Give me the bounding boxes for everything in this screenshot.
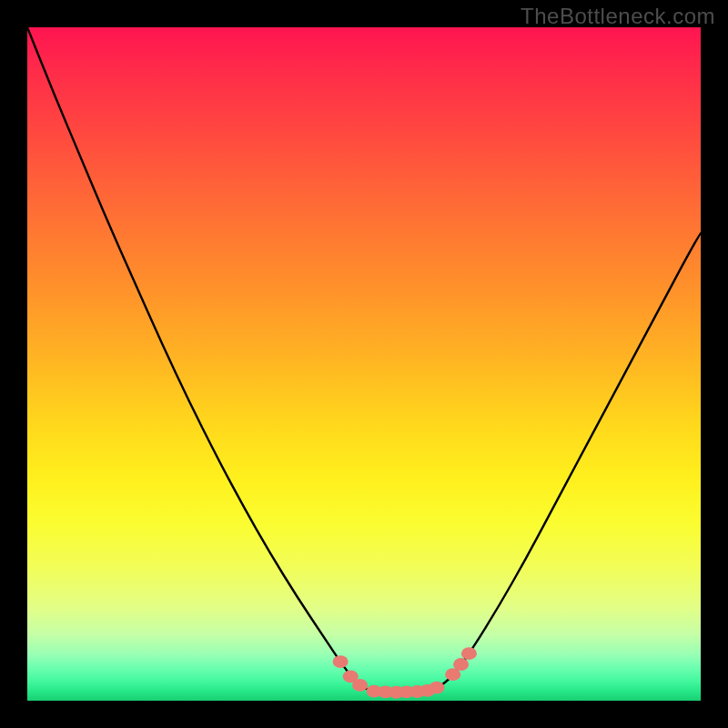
right-branch-line — [441, 233, 701, 685]
chart-frame: TheBottleneck.com — [0, 0, 728, 728]
marker-group — [333, 647, 477, 698]
data-marker — [333, 655, 349, 668]
plot-area — [27, 27, 701, 701]
left-branch-line — [27, 27, 365, 689]
data-marker — [461, 647, 477, 660]
watermark-text: TheBottleneck.com — [521, 4, 715, 29]
data-marker — [352, 679, 368, 692]
data-marker — [453, 658, 469, 671]
curve-svg — [27, 27, 701, 701]
data-marker — [429, 682, 444, 694]
